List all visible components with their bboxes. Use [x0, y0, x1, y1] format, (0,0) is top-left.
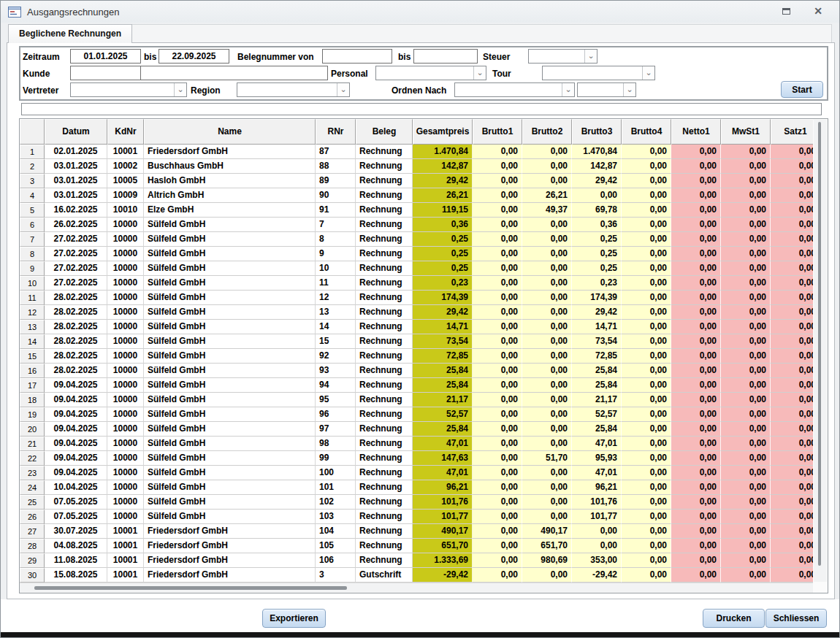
cell-name[interactable]: Sülfeld GmbH	[144, 334, 316, 349]
cell-mwst1[interactable]: 0,00	[721, 495, 771, 510]
cell-satz1[interactable]: 0,00	[771, 145, 813, 159]
cell-name[interactable]: Sülfeld GmbH	[144, 232, 316, 247]
cell-brutto3[interactable]: 69,78	[572, 203, 622, 218]
cell-brutto3[interactable]: -29,42	[572, 568, 622, 583]
cell-netto1[interactable]: 0,00	[671, 349, 721, 364]
cell-brutto3[interactable]: 353,00	[572, 553, 622, 568]
cell-netto1[interactable]: 0,00	[671, 305, 721, 320]
cell-brutto1[interactable]: 0,00	[473, 247, 522, 261]
cell-brutto2[interactable]: 0,00	[522, 349, 572, 364]
cell-datum[interactable]: 07.05.2025	[45, 495, 107, 510]
cell-mwst1[interactable]: 0,00	[721, 480, 771, 495]
cell-mwst1[interactable]: 0,00	[721, 364, 771, 378]
cell-brutto1[interactable]: 0,00	[473, 218, 522, 232]
cell-beleg[interactable]: Rechnung	[356, 320, 413, 334]
cell-gesamtpreis[interactable]: 26,21	[413, 188, 473, 203]
cell-satz1[interactable]: 0,00	[771, 305, 813, 320]
row-selector[interactable]: 10	[20, 276, 45, 291]
cell-brutto2[interactable]: 51,70	[522, 451, 572, 466]
cell-rnr[interactable]: 10	[316, 261, 356, 276]
cell-brutto1[interactable]: 0,00	[473, 495, 522, 510]
row-selector[interactable]: 22	[20, 451, 45, 466]
cell-brutto4[interactable]: 0,00	[622, 334, 671, 349]
cell-kdnr[interactable]: 10000	[107, 247, 144, 261]
cell-datum[interactable]: 16.02.2025	[45, 203, 107, 218]
row-selector[interactable]: 4	[20, 188, 45, 203]
cell-mwst1[interactable]: 0,00	[721, 261, 771, 276]
cell-kdnr[interactable]: 10001	[107, 539, 144, 553]
cell-mwst1[interactable]: 0,00	[721, 276, 771, 291]
cell-rnr[interactable]: 100	[316, 466, 356, 480]
cell-gesamtpreis[interactable]: 47,01	[413, 466, 473, 480]
cell-beleg[interactable]: Rechnung	[356, 247, 413, 261]
cell-gesamtpreis[interactable]: 119,15	[413, 203, 473, 218]
cell-satz1[interactable]: 0,00	[771, 188, 813, 203]
cell-rnr[interactable]: 98	[316, 437, 356, 451]
row-selector[interactable]: 9	[20, 261, 45, 276]
cell-name[interactable]: Sülfeld GmbH	[144, 349, 316, 364]
cell-gesamtpreis[interactable]: -29,42	[413, 568, 473, 583]
cell-beleg[interactable]: Rechnung	[356, 393, 413, 407]
cell-rnr[interactable]: 101	[316, 480, 356, 495]
cell-mwst1[interactable]: 0,00	[721, 174, 771, 188]
cell-brutto2[interactable]: 0,00	[522, 232, 572, 247]
cell-name[interactable]: Sülfeld GmbH	[144, 466, 316, 480]
cell-netto1[interactable]: 0,00	[671, 291, 721, 305]
cell-mwst1[interactable]: 0,00	[721, 291, 771, 305]
cell-brutto3[interactable]: 0,25	[572, 261, 622, 276]
cell-rnr[interactable]: 105	[316, 539, 356, 553]
cell-brutto3[interactable]: 174,39	[572, 291, 622, 305]
cell-brutto4[interactable]: 0,00	[622, 466, 671, 480]
cell-gesamtpreis[interactable]: 21,17	[413, 393, 473, 407]
cell-satz1[interactable]: 0,00	[771, 378, 813, 393]
cell-datum[interactable]: 03.01.2025	[45, 188, 107, 203]
cell-brutto3[interactable]: 95,93	[572, 451, 622, 466]
cell-beleg[interactable]: Rechnung	[356, 305, 413, 320]
cell-datum[interactable]: 28.02.2025	[45, 291, 107, 305]
cell-netto1[interactable]: 0,00	[671, 466, 721, 480]
cell-brutto1[interactable]: 0,00	[473, 261, 522, 276]
cell-netto1[interactable]: 0,00	[671, 451, 721, 466]
cell-brutto2[interactable]: 490,17	[522, 524, 572, 539]
row-selector[interactable]: 13	[20, 320, 45, 334]
cell-gesamtpreis[interactable]: 0,25	[413, 261, 473, 276]
row-selector[interactable]: 7	[20, 232, 45, 247]
cell-brutto4[interactable]: 0,00	[622, 480, 671, 495]
cell-netto1[interactable]: 0,00	[671, 261, 721, 276]
cell-brutto4[interactable]: 0,00	[622, 261, 671, 276]
cell-netto1[interactable]: 0,00	[671, 393, 721, 407]
cell-brutto4[interactable]: 0,00	[622, 232, 671, 247]
cell-satz1[interactable]: 0,00	[771, 247, 813, 261]
cell-brutto2[interactable]: 0,00	[522, 480, 572, 495]
cell-kdnr[interactable]: 10000	[107, 480, 144, 495]
cell-name[interactable]: Friedersdorf GmbH	[144, 553, 316, 568]
ordnen-nach-select-1[interactable]: ⌄	[454, 82, 575, 97]
cell-kdnr[interactable]: 10000	[107, 495, 144, 510]
cell-mwst1[interactable]: 0,00	[721, 305, 771, 320]
cell-datum[interactable]: 09.04.2025	[45, 378, 107, 393]
cell-satz1[interactable]: 0,00	[771, 393, 813, 407]
cell-brutto4[interactable]: 0,00	[622, 553, 671, 568]
cell-netto1[interactable]: 0,00	[671, 510, 721, 524]
cell-brutto3[interactable]: 29,42	[572, 174, 622, 188]
cell-kdnr[interactable]: 10000	[107, 320, 144, 334]
cell-satz1[interactable]: 0,00	[771, 203, 813, 218]
cell-brutto4[interactable]: 0,00	[622, 510, 671, 524]
cell-brutto2[interactable]: 0,00	[522, 422, 572, 437]
cell-satz1[interactable]: 0,00	[771, 437, 813, 451]
cell-brutto2[interactable]: 0,00	[522, 334, 572, 349]
cell-gesamtpreis[interactable]: 147,63	[413, 451, 473, 466]
cell-kdnr[interactable]: 10010	[107, 203, 144, 218]
cell-brutto4[interactable]: 0,00	[622, 495, 671, 510]
cell-brutto1[interactable]: 0,00	[473, 568, 522, 583]
cell-gesamtpreis[interactable]: 174,39	[413, 291, 473, 305]
cell-rnr[interactable]: 89	[316, 174, 356, 188]
cell-datum[interactable]: 27.02.2025	[45, 232, 107, 247]
cell-kdnr[interactable]: 10000	[107, 334, 144, 349]
cell-satz1[interactable]: 0,00	[771, 422, 813, 437]
cell-rnr[interactable]: 7	[316, 218, 356, 232]
cell-beleg[interactable]: Rechnung	[356, 232, 413, 247]
cell-brutto2[interactable]: 0,00	[522, 510, 572, 524]
cell-mwst1[interactable]: 0,00	[721, 145, 771, 159]
info-field[interactable]	[21, 103, 822, 115]
